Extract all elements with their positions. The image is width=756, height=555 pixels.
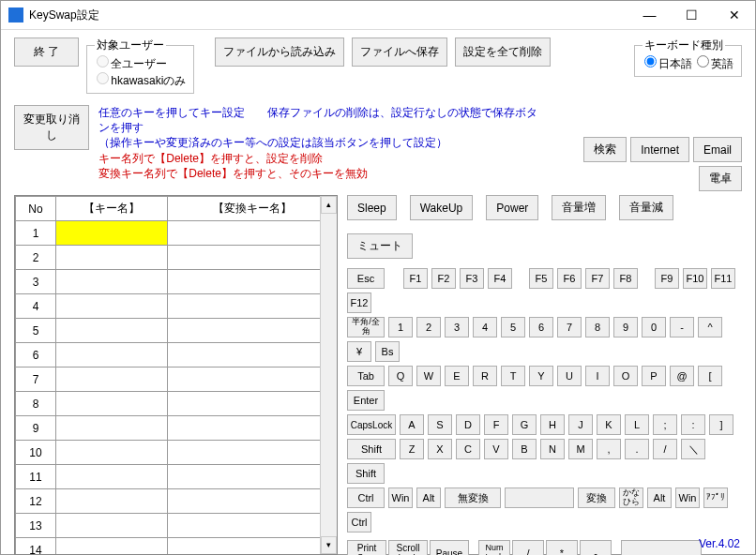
- table-row[interactable]: 14: [16, 538, 337, 556]
- m-key[interactable]: M: [568, 439, 593, 459]
- f2-key[interactable]: F2: [431, 268, 456, 289]
- key-4[interactable]: 4: [473, 317, 497, 338]
- table-row[interactable]: 13: [16, 514, 337, 538]
- n-key[interactable]: N: [540, 439, 565, 459]
- muhenkan-key[interactable]: 無変換: [445, 488, 501, 508]
- lwin-key[interactable]: Win: [388, 488, 413, 508]
- hankaku-key[interactable]: 半角/全角: [347, 317, 385, 338]
- table-row[interactable]: 11: [16, 465, 337, 489]
- cell-conv[interactable]: [168, 465, 337, 489]
- table-row[interactable]: 8: [16, 392, 337, 416]
- scroll-up-icon[interactable]: ▴: [321, 196, 337, 214]
- lctrl-key[interactable]: Ctrl: [347, 488, 385, 508]
- cell-key[interactable]: [56, 343, 168, 368]
- f7-key[interactable]: F7: [585, 268, 610, 289]
- cell-key[interactable]: [56, 538, 168, 556]
- key-7[interactable]: 7: [557, 317, 582, 338]
- q-key[interactable]: Q: [388, 366, 413, 386]
- key-0[interactable]: 0: [642, 317, 666, 338]
- f-key[interactable]: F: [484, 414, 508, 435]
- cell-conv[interactable]: [168, 514, 337, 538]
- cell-key[interactable]: [56, 465, 168, 489]
- delete-box[interactable]: 削 除 無効用 【Delete】: [621, 540, 702, 555]
- radio-all-users[interactable]: 全ユーザー: [95, 57, 167, 70]
- tab-key[interactable]: Tab: [347, 366, 385, 386]
- f12-key[interactable]: F12: [347, 292, 371, 313]
- key-6[interactable]: 6: [529, 317, 553, 338]
- lshift-key[interactable]: Shift: [347, 439, 396, 459]
- w-key[interactable]: W: [416, 366, 441, 386]
- f6-key[interactable]: F6: [557, 268, 582, 289]
- cell-key[interactable]: [56, 221, 168, 246]
- table-row[interactable]: 10: [16, 441, 337, 465]
- colon-key[interactable]: :: [681, 414, 705, 435]
- f1-key[interactable]: F1: [403, 268, 428, 289]
- comma-key[interactable]: ,: [597, 439, 621, 459]
- e-key[interactable]: E: [445, 366, 469, 386]
- table-row[interactable]: 5: [16, 319, 337, 343]
- sleep-key[interactable]: Sleep: [347, 195, 397, 220]
- table-row[interactable]: 2: [16, 246, 337, 270]
- cell-key[interactable]: [56, 270, 168, 294]
- key-3[interactable]: 3: [445, 317, 469, 338]
- cell-conv[interactable]: [168, 416, 337, 441]
- f5-key[interactable]: F5: [529, 268, 553, 289]
- nsub-key[interactable]: -: [580, 540, 612, 555]
- a-key[interactable]: A: [400, 414, 424, 435]
- minimize-button[interactable]: —: [628, 2, 671, 29]
- cell-conv[interactable]: [168, 441, 337, 465]
- cell-conv[interactable]: [168, 392, 337, 416]
- cell-key[interactable]: [56, 368, 168, 392]
- lbr-key[interactable]: [: [698, 366, 722, 386]
- pause-key[interactable]: Pause: [430, 540, 469, 555]
- s-key[interactable]: S: [428, 414, 452, 435]
- clear-all-button[interactable]: 設定を全て削除: [455, 38, 551, 67]
- app-key[interactable]: ｱﾌﾟﾘ: [703, 488, 728, 508]
- lalt-key[interactable]: Alt: [416, 488, 441, 508]
- cell-key[interactable]: [56, 246, 168, 270]
- voldown-key[interactable]: 音量減: [619, 195, 673, 220]
- i-key[interactable]: I: [585, 366, 610, 386]
- caret-key[interactable]: ^: [698, 317, 722, 338]
- scrlk-key[interactable]: Scroll Lock: [388, 540, 428, 555]
- cell-key[interactable]: [56, 514, 168, 538]
- cell-key[interactable]: [56, 392, 168, 416]
- table-row[interactable]: 7: [16, 368, 337, 392]
- b-key[interactable]: B: [512, 439, 537, 459]
- cell-key[interactable]: [56, 441, 168, 465]
- calc-button[interactable]: 電卓: [699, 166, 742, 191]
- cell-conv[interactable]: [168, 343, 337, 368]
- save-file-button[interactable]: ファイルへ保存: [352, 38, 447, 67]
- cell-conv[interactable]: [168, 294, 337, 319]
- key-2[interactable]: 2: [416, 317, 441, 338]
- v-key[interactable]: V: [484, 439, 508, 459]
- f11-key[interactable]: F11: [711, 268, 735, 289]
- semi-key[interactable]: ;: [653, 414, 677, 435]
- g-key[interactable]: G: [512, 414, 537, 435]
- f4-key[interactable]: F4: [488, 268, 512, 289]
- radio-jp[interactable]: 日本語: [643, 57, 692, 70]
- at-key[interactable]: @: [670, 366, 694, 386]
- radio-en[interactable]: 英語: [695, 57, 733, 70]
- ndiv-key[interactable]: /: [512, 540, 544, 555]
- space-key[interactable]: [505, 488, 574, 508]
- key-5[interactable]: 5: [501, 317, 525, 338]
- cell-conv[interactable]: [168, 221, 337, 246]
- email-button[interactable]: Email: [693, 137, 742, 162]
- minus-key[interactable]: -: [670, 317, 694, 338]
- cell-key[interactable]: [56, 294, 168, 319]
- f3-key[interactable]: F3: [460, 268, 484, 289]
- rshift-key[interactable]: Shift: [347, 463, 385, 484]
- cell-conv[interactable]: [168, 489, 337, 514]
- d-key[interactable]: D: [456, 414, 480, 435]
- k-key[interactable]: K: [597, 414, 621, 435]
- key-8[interactable]: 8: [585, 317, 610, 338]
- cell-key[interactable]: [56, 319, 168, 343]
- scroll-down-icon[interactable]: ▾: [321, 536, 337, 554]
- enter-key[interactable]: Enter: [347, 390, 385, 411]
- caps-key[interactable]: CapsLock: [347, 414, 396, 435]
- x-key[interactable]: X: [428, 439, 452, 459]
- radio-current-user[interactable]: hkawasakiのみ: [95, 74, 186, 87]
- table-scrollbar[interactable]: ▴ ▾: [320, 196, 337, 554]
- z-key[interactable]: Z: [400, 439, 424, 459]
